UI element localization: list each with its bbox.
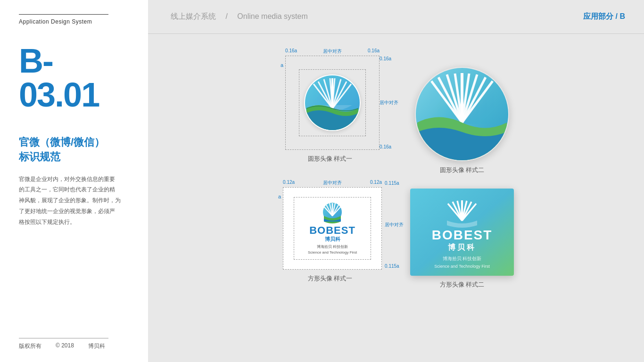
- square-logo-content: BOBEST 博贝科 博海拾贝 科技创新Science and Technolo…: [308, 202, 357, 255]
- square-logo-large: BOBEST 博贝科 博海拾贝 科技创新 Science and Technol…: [410, 189, 514, 276]
- square-anno-top-left: 0.12a: [283, 180, 295, 186]
- anno-top-left: 0.16a: [285, 48, 297, 55]
- square-avatar-style2: BOBEST 博贝科 博海拾贝 科技创新 Science and Technol…: [410, 189, 514, 289]
- header-section: 应用部分 / B: [583, 12, 625, 22]
- inner-dashed-box: [299, 69, 366, 136]
- square-right-annotations: 0.115a 居中对齐 0.115a: [383, 180, 405, 270]
- header-title: 线上媒介系统 / Online media system: [167, 12, 312, 22]
- square-anno-right-mid: 居中对齐: [385, 222, 404, 228]
- bobest-name-label: BOBEST: [309, 225, 355, 236]
- square-measurement-box: 0.12a 居中对齐 0.12a: [283, 180, 382, 270]
- square-anno-top-right: 0.12a: [370, 180, 382, 186]
- square-anno-right-top: 0.115a: [385, 181, 399, 186]
- svg-text:博海拾贝  科技创新: 博海拾贝 科技创新: [443, 256, 482, 261]
- sidebar-bottom-line: [19, 338, 108, 338]
- anno-top-center: 居中对齐: [323, 48, 342, 55]
- annotated-demos: a 0.16a 居中对齐 0.16a: [278, 43, 382, 283]
- caption-circle-1: 圆形头像 样式一: [308, 155, 353, 163]
- square-side-label-a: a: [278, 194, 281, 199]
- square-inner-dashed-box: BOBEST 博贝科 博海拾贝 科技创新Science and Technolo…: [294, 197, 371, 260]
- sidebar-copyright: 版权所有 © 2018 博贝科: [19, 342, 105, 350]
- sidebar-app-title: Application Design System: [19, 18, 129, 25]
- square-outer-dashed-box: BOBEST 博贝科 博海拾贝 科技创新Science and Technolo…: [283, 187, 382, 270]
- circle-logo-small: [304, 74, 361, 131]
- svg-text:Science and Technology First: Science and Technology First: [434, 264, 490, 269]
- bobest-tagline: 博海拾贝 科技创新Science and Technology First: [308, 244, 357, 255]
- circle-avatar-style1-annotated: a 0.16a 居中对齐 0.16a: [281, 43, 380, 163]
- header-separator: /: [225, 12, 227, 20]
- sidebar: Application Design System B-03.01 官微（微博/…: [0, 0, 148, 362]
- circle-avatar-style2: 圆形头像 样式二: [415, 67, 509, 174]
- circle-logo-large: [415, 67, 509, 161]
- sidebar-description: 官微是企业对内，对外交换信息的重要 的工具之一，它同时也代表了企业的精 神风貌，…: [19, 174, 129, 228]
- caption-square-1: 方形头像 样式一: [308, 274, 353, 283]
- page-code: B-03.01: [19, 44, 129, 112]
- square-anno-right-bot: 0.115a: [385, 263, 399, 269]
- outer-dashed-box: 0.16a 居中对齐 0.16a: [285, 56, 380, 150]
- square-avatar-style1-annotated: a 0.12a 居中对齐 0.12a: [278, 177, 382, 283]
- circle-measurement-box: 0.16a 居中对齐 0.16a: [285, 48, 380, 150]
- svg-text:BOBEST: BOBEST: [432, 228, 493, 242]
- anno-right-mid: 居中对齐: [380, 99, 398, 106]
- content-area: a 0.16a 居中对齐 0.16a: [148, 34, 644, 362]
- right-annotations: 0.16a 居中对齐 0.16a: [378, 56, 400, 149]
- bobest-cn-label: 博贝科: [325, 236, 340, 243]
- section-title: 官微（微博/微信）标识规范: [19, 135, 129, 165]
- anno-right-bot: 0.16a: [380, 144, 391, 149]
- side-label-a: a: [281, 62, 283, 68]
- svg-text:博贝科: 博贝科: [448, 243, 476, 251]
- color-demos: 圆形头像 样式二: [410, 58, 514, 289]
- square-anno-top-center: 居中对齐: [323, 180, 342, 186]
- sidebar-top-line: [19, 14, 108, 15]
- main-header: 线上媒介系统 / Online media system 应用部分 / B: [148, 0, 644, 34]
- caption-square-2: 方形头像 样式二: [440, 280, 485, 289]
- anno-top-right: 0.16a: [368, 48, 380, 55]
- caption-circle-2: 圆形头像 样式二: [440, 166, 485, 174]
- anno-right-top: 0.16a: [380, 56, 391, 61]
- main-content: 线上媒介系统 / Online media system 应用部分 / B a: [148, 0, 644, 362]
